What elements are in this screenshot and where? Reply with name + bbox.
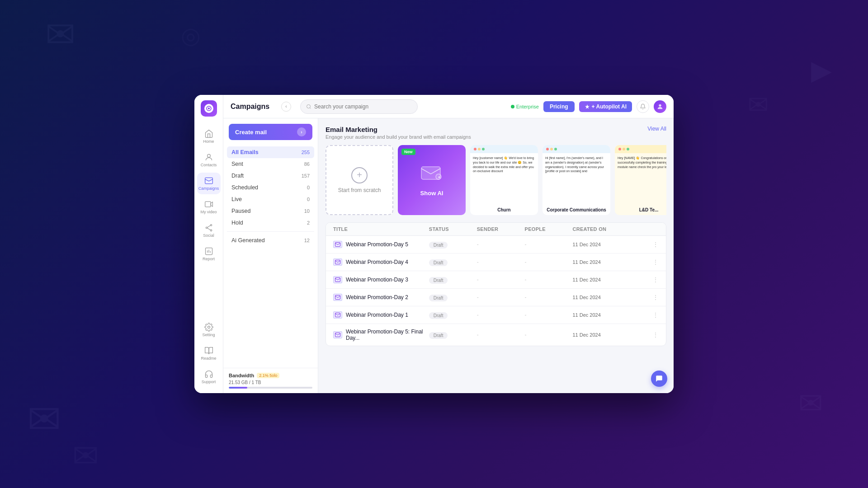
row-more-4[interactable]: ⋮ <box>644 311 659 319</box>
email-icon-2 <box>333 276 342 283</box>
nav-item-all-emails[interactable]: All Emails 255 <box>227 146 314 158</box>
search-icon <box>306 104 311 109</box>
sidebar-item-social-label: Social <box>203 233 214 238</box>
svg-rect-4 <box>205 202 211 207</box>
row-date-5: 11 Dec 2024 <box>572 332 644 338</box>
row-status-4: Draft <box>429 311 477 319</box>
svg-point-15 <box>208 326 210 328</box>
row-status-1: Draft <box>429 258 477 266</box>
row-people-4: - <box>525 312 573 318</box>
sidebar-item-video-label: My video <box>200 210 217 214</box>
row-people-1: - <box>525 259 573 265</box>
emails-table: Title Status Sender People Created On We… <box>326 222 666 346</box>
main-content: Campaigns ‹ Enterprise Pricing + Autopil… <box>223 95 674 393</box>
col-title: Title <box>333 226 429 232</box>
header-right: Enterprise Pricing + Autopilot AI <box>511 100 666 113</box>
template-card-churn[interactable]: Hey [customer name] 👋 We'd love to bring… <box>470 145 538 215</box>
create-mail-arrow: › <box>297 127 306 136</box>
row-title-0: Webinar Promotion-Day 5 <box>333 241 429 248</box>
nav-item-hold[interactable]: Hold 2 <box>227 217 314 229</box>
sidebar-item-setting[interactable]: Setting <box>197 319 221 341</box>
sidebar-item-video[interactable]: My video <box>197 196 221 218</box>
row-more-5[interactable]: ⋮ <box>644 331 659 338</box>
preview-content-corporate: Hi [first name], I'm (sender's name), an… <box>542 153 610 206</box>
sidebar-item-setting-label: Setting <box>202 333 215 337</box>
notifications-button[interactable] <box>637 100 649 113</box>
section-title: Email Marketing <box>326 126 471 133</box>
right-panel: Email Marketing Engage your audience and… <box>318 118 674 393</box>
row-sender-4: - <box>477 312 525 318</box>
row-more-1[interactable]: ⋮ <box>644 258 659 266</box>
sidebar-item-report[interactable]: Report <box>197 243 221 265</box>
bell-icon <box>640 103 646 110</box>
left-panel: Create mail › All Emails 255 Sent 86 Dra… <box>223 118 318 393</box>
sidebar: Home Contacts Campaigns My video Social … <box>194 95 223 393</box>
nav-item-live[interactable]: Live 0 <box>227 193 314 205</box>
ai-new-badge: New <box>401 149 415 155</box>
row-date-4: 11 Dec 2024 <box>572 312 644 318</box>
svg-point-1 <box>208 108 210 109</box>
email-icon-3 <box>333 294 342 301</box>
email-icon-4 <box>333 311 342 319</box>
template-card-ld[interactable]: Hey [NAME] 👋 Congratulations on successf… <box>615 145 666 215</box>
svg-line-9 <box>207 225 210 227</box>
row-more-0[interactable]: ⋮ <box>644 241 659 248</box>
row-title-4: Webinar Promotion-Day 1 <box>333 311 429 319</box>
search-input[interactable] <box>314 103 412 110</box>
template-corporate-label: Corporate Communications <box>542 206 610 215</box>
pricing-button[interactable]: Pricing <box>543 101 575 112</box>
table-row[interactable]: Webinar Promotion-Day 5 Draft - - 11 Dec… <box>326 236 666 253</box>
row-sender-0: - <box>477 241 525 248</box>
row-sender-2: - <box>477 277 525 283</box>
app-logo[interactable] <box>201 100 217 117</box>
email-icon-5 <box>333 331 342 338</box>
nav-item-sent[interactable]: Sent 86 <box>227 158 314 170</box>
template-card-scratch[interactable]: + Start from scratch <box>326 145 393 215</box>
table-row[interactable]: Webinar Promotion-Day 4 Draft - - 11 Dec… <box>326 253 666 271</box>
nav-item-paused[interactable]: Paused 10 <box>227 205 314 217</box>
sparkle-icon <box>585 104 590 109</box>
sidebar-item-home[interactable]: Home <box>197 126 221 147</box>
table-row[interactable]: Webinar Promotion-Day 2 Draft - - 11 Dec… <box>326 289 666 306</box>
nav-item-scheduled[interactable]: Scheduled 0 <box>227 182 314 193</box>
plus-icon: + <box>351 167 368 183</box>
user-avatar[interactable] <box>654 100 666 113</box>
sidebar-item-home-label: Home <box>203 139 214 144</box>
row-more-3[interactable]: ⋮ <box>644 294 659 301</box>
create-mail-button[interactable]: Create mail › <box>229 124 312 140</box>
collapse-sidebar-button[interactable]: ‹ <box>281 102 291 112</box>
svg-point-7 <box>206 227 207 228</box>
row-sender-3: - <box>477 294 525 300</box>
sidebar-item-campaigns[interactable]: Campaigns <box>197 173 221 194</box>
row-sender-1: - <box>477 259 525 265</box>
template-card-corporate[interactable]: Hi [first name], I'm (sender's name), an… <box>542 145 610 215</box>
table-row[interactable]: Webinar Promotion-Day 5: Final Day... Dr… <box>326 324 666 346</box>
autopilot-button[interactable]: + Autopilot AI <box>579 101 632 112</box>
bandwidth-badge: 2.1% 5olo <box>257 373 279 378</box>
table-row[interactable]: Webinar Promotion-Day 1 Draft - - 11 Dec… <box>326 306 666 324</box>
sidebar-item-social[interactable]: Social <box>197 220 221 241</box>
nav-list: All Emails 255 Sent 86 Draft 157 Schedul… <box>223 144 318 249</box>
dot-green-2 <box>554 148 557 150</box>
sidebar-item-contacts[interactable]: Contacts <box>197 149 221 171</box>
sidebar-nav: Home Contacts Campaigns My video Social … <box>197 126 221 319</box>
nav-item-draft[interactable]: Draft 157 <box>227 170 314 182</box>
row-date-1: 11 Dec 2024 <box>572 259 644 265</box>
sidebar-item-support[interactable]: Support <box>197 366 221 388</box>
col-people: People <box>525 226 573 232</box>
col-created-on: Created On <box>572 226 644 232</box>
sidebar-item-readme[interactable]: Readme <box>197 343 221 364</box>
row-more-2[interactable]: ⋮ <box>644 276 659 283</box>
chat-fab-button[interactable] <box>651 371 667 387</box>
table-row[interactable]: Webinar Promotion-Day 3 Draft - - 11 Dec… <box>326 271 666 289</box>
col-sender: Sender <box>477 226 525 232</box>
svg-line-17 <box>310 108 311 108</box>
row-title-3: Webinar Promotion-Day 2 <box>333 294 429 301</box>
row-title-5: Webinar Promotion-Day 5: Final Day... <box>333 328 429 341</box>
bandwidth-bar <box>229 387 312 389</box>
template-card-ai[interactable]: New ✦ Show AI <box>398 145 466 215</box>
bandwidth-fill <box>229 387 247 389</box>
email-icon-0 <box>333 241 342 248</box>
view-all-button[interactable]: View All <box>647 126 666 132</box>
nav-item-ai-generated[interactable]: Ai Generated 12 <box>227 235 314 246</box>
